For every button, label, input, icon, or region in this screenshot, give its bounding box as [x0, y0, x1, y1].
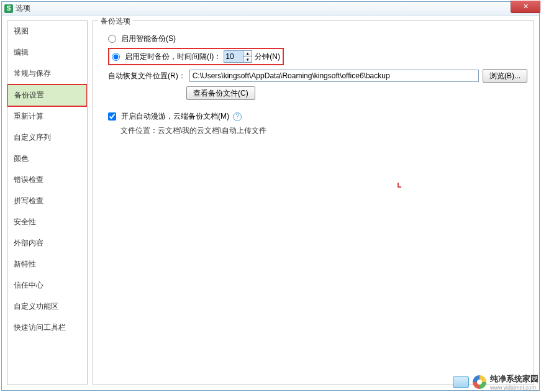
view-backup-button[interactable]: 查看备份文件(C)	[186, 86, 255, 100]
footer-badge-icon	[453, 376, 469, 388]
sidebar-item-8[interactable]: 拼写检查	[7, 191, 87, 212]
sidebar-item-3[interactable]: 备份设置	[7, 84, 88, 107]
recover-path-input[interactable]	[189, 70, 479, 82]
auto-roam-label: 开启自动漫游，云端备份文档(M)	[121, 111, 229, 122]
auto-roam-row: 开启自动漫游，云端备份文档(M) ?	[108, 111, 527, 122]
sidebar-item-1[interactable]: 编辑	[7, 42, 87, 63]
timed-backup-radio[interactable]	[112, 53, 120, 61]
sidebar-item-9[interactable]: 安全性	[7, 212, 87, 233]
sidebar-item-6[interactable]: 颜色	[7, 148, 87, 170]
sidebar-item-7[interactable]: 错误检查	[7, 170, 87, 191]
brand-name: 纯净系统家园	[490, 373, 539, 385]
group-title: 备份选项	[98, 16, 133, 27]
timed-backup-highlight: 启用定时备份，时间间隔(I)： ▲ ▼ 分钟(N)	[108, 48, 284, 65]
brand-logo-icon	[473, 375, 486, 389]
sidebar-item-13[interactable]: 自定义功能区	[7, 296, 87, 317]
sidebar: 视图编辑常规与保存备份设置重新计算自定义序列颜色错误检查拼写检查安全性外部内容新…	[7, 21, 88, 385]
recover-path-label: 自动恢复文件位置(R)：	[108, 71, 186, 81]
smart-backup-label: 启用智能备份(S)	[121, 34, 176, 44]
close-button[interactable]: ✕	[511, 1, 540, 13]
help-icon[interactable]: ?	[233, 112, 242, 121]
timed-backup-row: 启用定时备份，时间间隔(I)： ▲ ▼ 分钟(N)	[108, 48, 527, 65]
sidebar-item-2[interactable]: 常规与保存	[7, 63, 87, 84]
main-panel: 备份选项 启用智能备份(S) 启用定时备份，时间间隔(I)： ▲ ▼	[93, 21, 534, 385]
auto-roam-checkbox[interactable]	[108, 112, 116, 121]
view-backup-row: 查看备份文件(C)	[186, 86, 527, 100]
options-dialog: S 选项 ✕ 视图编辑常规与保存备份设置重新计算自定义序列颜色错误检查拼写检查安…	[1, 1, 540, 391]
titlebar: S 选项 ✕	[2, 2, 539, 16]
interval-spinner[interactable]: ▲ ▼	[224, 50, 252, 63]
sidebar-item-5[interactable]: 自定义序列	[7, 127, 87, 148]
file-location-label: 文件位置：云文档\我的云文档\自动上传文件	[120, 125, 527, 136]
browse-button[interactable]: 浏览(B)...	[483, 69, 527, 83]
dialog-body: 视图编辑常规与保存备份设置重新计算自定义序列颜色错误检查拼写检查安全性外部内容新…	[2, 16, 539, 390]
sidebar-item-10[interactable]: 外部内容	[7, 233, 87, 254]
recover-path-row: 自动恢复文件位置(R)： 浏览(B)...	[108, 69, 527, 83]
smart-backup-radio[interactable]	[108, 35, 116, 43]
sidebar-item-11[interactable]: 新特性	[7, 254, 87, 275]
spinner-up-icon[interactable]: ▲	[243, 51, 252, 57]
interval-unit-label: 分钟(N)	[255, 52, 280, 62]
interval-input[interactable]	[224, 51, 243, 62]
brand-text-wrap: 纯净系统家园 www.yidaimei.com	[490, 373, 539, 391]
footer-brand: 纯净系统家园 www.yidaimei.com	[453, 373, 539, 391]
app-icon: S	[4, 4, 13, 13]
backup-options-group: 备份选项 启用智能备份(S) 启用定时备份，时间间隔(I)： ▲ ▼	[93, 21, 534, 385]
sidebar-item-4[interactable]: 重新计算	[7, 106, 87, 127]
sidebar-item-14[interactable]: 快速访问工具栏	[7, 317, 87, 339]
sidebar-item-12[interactable]: 信任中心	[7, 275, 87, 296]
timed-backup-label: 启用定时备份，时间间隔(I)：	[125, 52, 221, 62]
spinner-buttons[interactable]: ▲ ▼	[243, 51, 252, 62]
brand-url: www.yidaimei.com	[490, 385, 539, 391]
window-title: 选项	[16, 3, 30, 14]
smart-backup-row: 启用智能备份(S)	[108, 34, 527, 44]
spinner-down-icon[interactable]: ▼	[243, 57, 252, 63]
sidebar-item-0[interactable]: 视图	[7, 21, 87, 42]
cursor-marker	[398, 183, 401, 188]
